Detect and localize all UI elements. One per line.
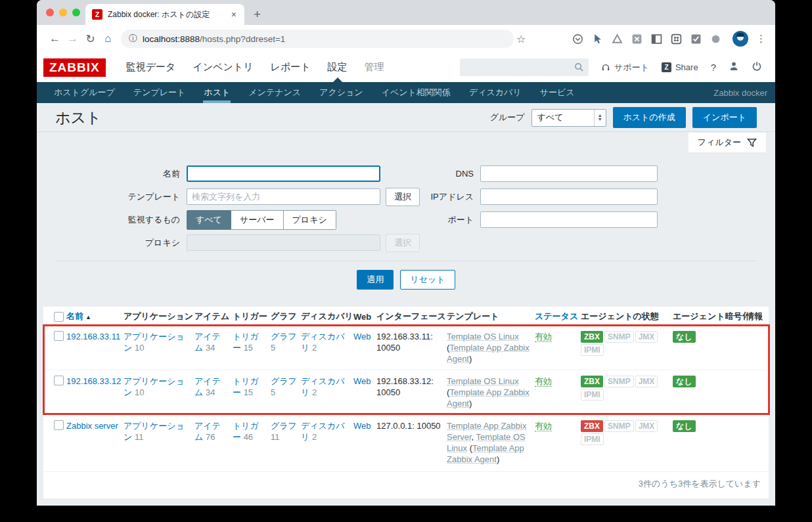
support-link[interactable]: サポート <box>601 62 649 74</box>
entity-link[interactable]: アプリケーション <box>124 421 185 442</box>
select-all-checkbox[interactable] <box>54 312 64 322</box>
status-link[interactable]: 有効 <box>535 376 552 387</box>
zoom-window-button[interactable] <box>72 9 80 16</box>
user-profile-icon[interactable] <box>729 61 739 74</box>
forward-icon[interactable]: → <box>64 32 81 45</box>
subnav-item-ディスカバリ[interactable]: ディスカバリ <box>460 82 531 103</box>
proxy-select-button[interactable]: 選択 <box>386 234 420 252</box>
checkbox-cell <box>43 370 66 414</box>
tab-close-icon[interactable]: × <box>230 9 238 20</box>
zabbix-logo[interactable]: ZABBIX <box>43 58 106 77</box>
pointer-icon[interactable] <box>592 33 603 45</box>
back-icon[interactable]: ← <box>46 32 64 45</box>
web-link[interactable]: Web <box>353 376 371 386</box>
web-link[interactable]: Web <box>353 421 371 431</box>
nav-item-管理[interactable]: 管理 <box>356 53 393 82</box>
agent-badge-ipmi: IPMI <box>581 344 604 356</box>
page-info-icon[interactable]: ⓘ <box>129 33 137 45</box>
subnav-item-イベント相関関係[interactable]: イベント相関関係 <box>372 82 460 103</box>
browser-menu-icon[interactable]: ⋮ <box>756 33 766 45</box>
tasks-check-icon[interactable] <box>690 33 702 45</box>
template-link[interactable]: Template OS Linux <box>447 332 519 341</box>
share-link[interactable]: Z Share <box>662 62 698 72</box>
port-input[interactable] <box>480 211 658 228</box>
apply-button[interactable]: 適用 <box>357 270 394 290</box>
host-link[interactable]: 192.168.33.11 <box>66 332 120 341</box>
entity-count: 5 <box>271 343 275 353</box>
row-checkbox[interactable] <box>54 420 64 430</box>
column-header-名前[interactable]: 名前▲ <box>66 307 124 326</box>
entity-link[interactable]: グラフ <box>271 421 297 431</box>
reload-icon[interactable]: ↻ <box>81 32 99 46</box>
subnav-item-ホスト[interactable]: ホスト <box>194 82 239 103</box>
search-input[interactable] <box>460 58 589 76</box>
ip-input[interactable] <box>480 188 658 205</box>
name-input[interactable] <box>187 165 380 182</box>
entity-link[interactable]: アプリケーション <box>124 332 185 353</box>
help-link[interactable]: ? <box>711 62 716 73</box>
subnav-item-ホストグループ[interactable]: ホストグループ <box>45 82 124 103</box>
tab-bar: Z Zabbix docker: ホストの設定 × + <box>37 0 775 25</box>
reset-button[interactable]: リセット <box>400 270 455 290</box>
subnav-item-テンプレート[interactable]: テンプレート <box>124 82 195 103</box>
monitored-option-すべて[interactable]: すべて <box>187 210 231 230</box>
interface-cell: 192.168.33.11: 10050 <box>376 326 447 370</box>
proxy-input[interactable] <box>187 234 380 251</box>
entity-link[interactable]: ディスカバリ <box>301 376 345 397</box>
close-window-button[interactable] <box>46 9 54 16</box>
browser-tab[interactable]: Z Zabbix docker: ホストの設定 × <box>85 4 244 25</box>
subnav-item-メンテナンス[interactable]: メンテナンス <box>239 82 310 103</box>
subnav-item-サービス[interactable]: サービス <box>531 82 584 103</box>
template-select-button[interactable]: 選択 <box>386 188 420 206</box>
entity-link[interactable]: グラフ <box>271 376 297 386</box>
bookmark-star-icon[interactable]: ☆ <box>516 33 526 45</box>
pocket-icon[interactable] <box>572 33 583 45</box>
logout-power-icon[interactable] <box>752 61 762 74</box>
minimize-window-button[interactable] <box>59 9 67 16</box>
group-select[interactable]: すべて ▲▼ <box>531 109 606 127</box>
drive-icon[interactable] <box>612 33 623 45</box>
url-bar[interactable]: ⓘ localhost:8888/hosts.php?ddreset=1 <box>121 30 514 48</box>
status-link[interactable]: 有効 <box>535 421 552 431</box>
agent-badge-snmp: SNMP <box>604 376 634 387</box>
entity-count: 5 <box>271 387 275 397</box>
dns-input[interactable] <box>480 165 658 182</box>
new-tab-button[interactable]: + <box>254 8 261 20</box>
template-link[interactable]: Template App Zabbix Agent <box>447 343 530 364</box>
entity-link[interactable]: ディスカバリ <box>301 332 345 353</box>
proxy-label: プロキシ <box>55 237 187 249</box>
nav-item-レポート[interactable]: レポート <box>262 53 319 82</box>
filter-funnel-icon <box>747 138 757 148</box>
profile-avatar[interactable] <box>733 31 748 47</box>
sidebar-icon[interactable] <box>651 33 662 45</box>
create-host-button[interactable]: ホストの作成 <box>613 107 686 128</box>
monitored-option-サーバー[interactable]: サーバー <box>231 210 284 230</box>
dot-icon[interactable] <box>710 33 721 45</box>
template-link[interactable]: Template OS Linux <box>447 376 519 386</box>
host-link[interactable]: Zabbix server <box>66 421 118 431</box>
nav-item-インベントリ[interactable]: インベントリ <box>184 53 261 82</box>
grid-hash-icon[interactable] <box>671 33 682 45</box>
entity-link[interactable]: ディスカバリ <box>301 421 345 442</box>
status-link[interactable]: 有効 <box>535 332 552 342</box>
subnav-item-アクション[interactable]: アクション <box>310 82 372 103</box>
headset-icon <box>601 63 610 72</box>
entity-link[interactable]: グラフ <box>271 332 297 341</box>
filter-tab[interactable]: フィルター <box>688 133 766 152</box>
home-icon[interactable]: ⌂ <box>99 32 117 45</box>
nav-item-監視データ[interactable]: 監視データ <box>118 53 185 82</box>
close-box-icon[interactable] <box>631 33 643 45</box>
agent-state-cell: ZBXSNMPJMXIPMI <box>581 326 673 370</box>
template-link[interactable]: Template App Zabbix Agent <box>447 387 530 408</box>
column-header-ステータス[interactable]: ステータス <box>535 307 581 326</box>
host-link[interactable]: 192.168.33.12 <box>66 376 121 386</box>
entity-link[interactable]: アプリケーション <box>124 376 185 397</box>
template-search-input[interactable] <box>187 188 380 205</box>
web-link[interactable]: Web <box>353 332 371 341</box>
row-checkbox[interactable] <box>54 376 64 385</box>
nav-item-設定[interactable]: 設定 <box>319 53 356 82</box>
monitored-option-プロキシ[interactable]: プロキシ <box>284 210 336 230</box>
import-button[interactable]: インポート <box>692 107 757 128</box>
row-checkbox[interactable] <box>54 331 64 341</box>
encryption-badge: なし <box>673 420 696 432</box>
